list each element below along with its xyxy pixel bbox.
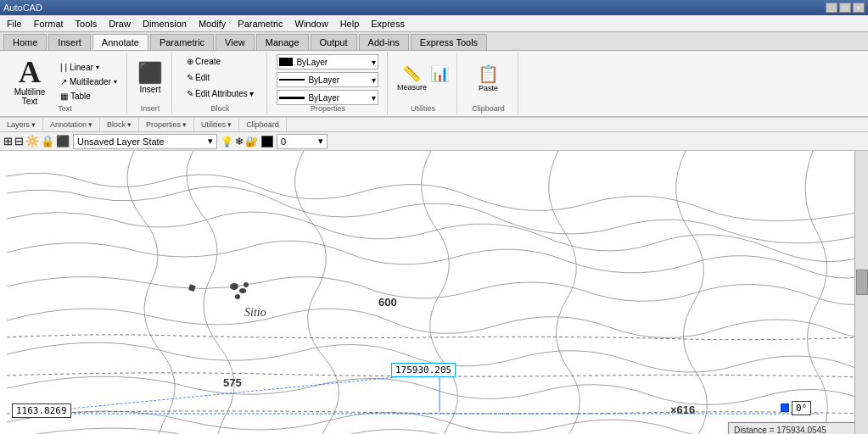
measure-btn[interactable]: 📏 Measure [397,64,427,92]
multileader-label: Multileader [70,77,111,86]
ribbon-tabs: Home Insert Annotate Parametric View Man… [0,32,868,51]
menu-file[interactable]: File [2,17,27,31]
topo-map-svg: Sitio 575 600 ×616 [0,151,868,434]
tab-home[interactable]: Home [3,34,47,50]
toolbar-labels: Layers ▾ Annotation ▾ Block ▾ Properties… [0,117,868,132]
layer-icon-2[interactable]: ⊟ [14,135,24,147]
block-group-label: Block [210,104,229,113]
measure-value-1: 175930.205 [395,364,451,376]
svg-text:Sitio: Sitio [244,306,266,319]
menu-parametric[interactable]: Parametric [232,17,288,31]
layer-num-dropdown[interactable]: 0 ▾ [277,134,328,149]
utilities-btn[interactable]: 📊 [430,64,449,92]
group-block: ⊕ Create ✎ Edit ✎ Edit Attributes ▾ Bloc… [174,53,267,114]
ribbon-content: A MultilineText | | Linear ▾ ↗ Multilead… [0,51,868,117]
menu-help[interactable]: Help [335,17,365,31]
tab-manage[interactable]: Manage [256,34,309,50]
layer-icon-group: ⊞ ⊟ 🔆 🔒 ⬛ [3,135,70,147]
svg-text:600: 600 [378,296,397,309]
minimize-btn[interactable]: _ [826,3,837,13]
close-btn[interactable]: × [853,3,865,13]
svg-text:×616: ×616 [670,403,695,416]
tab-annotate[interactable]: Annotate [92,34,148,50]
insert-btn[interactable]: ⬛ Insert [134,59,166,96]
maximize-btn[interactable]: □ [839,3,851,13]
current-color-swatch[interactable] [261,136,273,147]
layer-freeze-icon[interactable]: ❄ [235,136,244,147]
bylayer-dropdown-3[interactable]: ByLayer ▾ [277,90,378,105]
edit-attr-arrow: ▾ [249,89,254,98]
menu-format[interactable]: Format [29,17,69,31]
table-btn[interactable]: ▦ Table [56,90,121,103]
svg-point-4 [244,282,249,287]
group-clipboard: 📋 Paste Clipboard [459,53,518,114]
angle-label: 0° [792,401,811,415]
paste-btn[interactable]: 📋 Paste [478,64,499,92]
clipboard-section-label[interactable]: Clipboard [239,118,287,131]
menu-modify[interactable]: Modify [193,17,231,31]
multiline-text-btn[interactable]: A MultilineText [8,54,51,108]
multiline-text-label: MultilineText [14,87,46,106]
linear-btn[interactable]: | | Linear ▾ [56,61,121,74]
multileader-btn[interactable]: ↗ Multileader ▾ [56,75,121,88]
layer-state-arrow: ▾ [208,136,213,147]
bylayer-dropdown-1[interactable]: ByLayer ▾ [277,54,378,70]
layer-lock-icon[interactable]: 🔐 [245,136,258,147]
app-title: AutoCAD [3,3,42,13]
menu-express[interactable]: Express [366,17,410,31]
layers-arrow: ▾ [31,120,36,129]
layer-icon-3[interactable]: 🔆 [25,135,39,147]
layer-icon-group-2: 💡 ❄ 🔐 [221,136,258,147]
tab-view[interactable]: View [216,34,255,50]
group-text: A MultilineText | | Linear ▾ ↗ Multilead… [3,53,127,114]
bylayer-dropdown-2[interactable]: ByLayer ▾ [277,72,378,87]
create-icon: ⊕ [187,57,193,66]
properties-group-label: Properties [311,104,345,113]
edit-block-btn[interactable]: ✎ Edit [182,70,215,85]
layer-state-value: Unsaved Layer State [77,136,165,147]
tab-output[interactable]: Output [311,34,357,50]
layer-icon-1[interactable]: ⊞ [3,135,13,147]
edit-attributes-btn[interactable]: ✎ Edit Attributes ▾ [182,86,259,101]
linear-icon: | [60,63,63,72]
text-icon: A [19,57,41,87]
multileader-arrow: ▾ [114,78,117,86]
scrollbar-thumb[interactable] [856,270,868,295]
tab-addins[interactable]: Add-ins [359,34,409,50]
tab-insert[interactable]: Insert [48,34,91,50]
utilities-section-label[interactable]: Utilities ▾ [194,118,239,131]
table-label: Table [70,92,91,101]
context-menu-header: Distance = 175934.0545 Enter an option [729,423,859,434]
multileader-icon: ↗ [60,77,67,86]
layer-vis-icon[interactable]: 💡 [221,136,233,147]
annot-arrow: ▾ [88,120,92,129]
create-label: Create [195,57,221,66]
canvas-area: Sitio 575 600 ×616 1163.8269 175930.205 … [0,151,868,434]
properties-section-label[interactable]: Properties ▾ [139,118,194,131]
svg-rect-0 [7,151,861,434]
menu-dimension[interactable]: Dimension [137,17,192,31]
vertical-scrollbar[interactable] [854,151,868,434]
menu-draw[interactable]: Draw [104,17,136,31]
edit-label: Edit [195,73,210,82]
layer-icon-4[interactable]: 🔒 [41,135,54,147]
menu-window[interactable]: Window [290,17,333,31]
insert-icon: ⬛ [137,61,163,85]
line-swatch-2 [279,79,305,81]
layer-num-value: 0 [281,136,286,147]
prop-arrow: ▾ [182,120,187,129]
text-group-label: Text [58,104,72,113]
layer-state-dropdown[interactable]: Unsaved Layer State ▾ [73,134,217,149]
paste-icon: 📋 [478,64,499,84]
svg-point-2 [239,288,246,293]
util-arrow: ▾ [227,120,232,129]
layer-icon-5[interactable]: ⬛ [56,135,70,147]
create-block-btn[interactable]: ⊕ Create [182,54,226,69]
tab-parametric[interactable]: Parametric [150,34,214,50]
dropdown-arrow-1: ▾ [372,58,376,67]
tab-express-tools[interactable]: Express Tools [411,34,487,50]
color-swatch-1 [279,58,293,66]
menu-tools[interactable]: Tools [70,17,103,31]
utilities-icon: 📊 [430,64,449,83]
dropdown-arrow-3: ▾ [372,93,376,103]
